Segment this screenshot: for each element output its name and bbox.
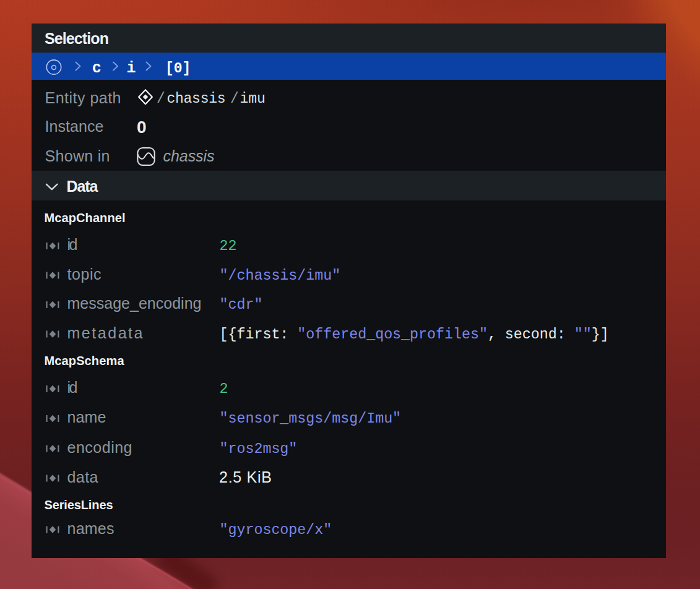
svg-text:c: c bbox=[92, 59, 102, 77]
svg-text:id: id bbox=[67, 236, 78, 253]
svg-text:/: / bbox=[230, 91, 239, 107]
svg-text:Instance: Instance bbox=[45, 118, 104, 135]
svg-text:Entity path: Entity path bbox=[45, 89, 121, 106]
svg-text:Selection: Selection bbox=[45, 30, 109, 47]
svg-text:"sensor_msgs/msg/Imu": "sensor_msgs/msg/Imu" bbox=[220, 411, 402, 427]
svg-text:Shown in: Shown in bbox=[45, 147, 110, 165]
svg-text:/: / bbox=[157, 91, 165, 107]
svg-text:2.5 KiB: 2.5 KiB bbox=[219, 468, 272, 486]
svg-text:encoding: encoding bbox=[67, 439, 132, 456]
svg-text:"/chassis/imu": "/chassis/imu" bbox=[220, 268, 341, 284]
svg-text:topic: topic bbox=[67, 265, 102, 283]
svg-text:McapChannel: McapChannel bbox=[45, 211, 126, 225]
svg-text:names: names bbox=[67, 520, 115, 537]
svg-text:imu: imu bbox=[240, 91, 266, 107]
svg-text:i: i bbox=[127, 59, 136, 77]
svg-text:Data: Data bbox=[67, 178, 99, 195]
svg-text:message_encoding: message_encoding bbox=[67, 294, 202, 312]
svg-text:name: name bbox=[67, 408, 106, 426]
svg-text:[{first: "offered_qos_profiles: [{first: "offered_qos_profiles", second:… bbox=[220, 327, 609, 343]
svg-text:SeriesLines: SeriesLines bbox=[45, 498, 113, 512]
svg-text:chassis: chassis bbox=[163, 147, 215, 165]
svg-text:metadata: metadata bbox=[67, 324, 143, 342]
svg-text:chassis: chassis bbox=[167, 91, 226, 107]
svg-text:22: 22 bbox=[220, 238, 237, 254]
svg-text:2: 2 bbox=[220, 381, 228, 397]
svg-text:id: id bbox=[67, 379, 78, 396]
svg-text:McapSchema: McapSchema bbox=[45, 354, 125, 368]
svg-text:[0]: [0] bbox=[165, 61, 191, 77]
svg-text:"cdr": "cdr" bbox=[220, 297, 263, 313]
svg-text:data: data bbox=[67, 468, 98, 486]
svg-text:0: 0 bbox=[137, 118, 147, 137]
svg-text:"gyroscope/x": "gyroscope/x" bbox=[220, 522, 332, 538]
svg-text:"ros2msg": "ros2msg" bbox=[220, 441, 298, 457]
